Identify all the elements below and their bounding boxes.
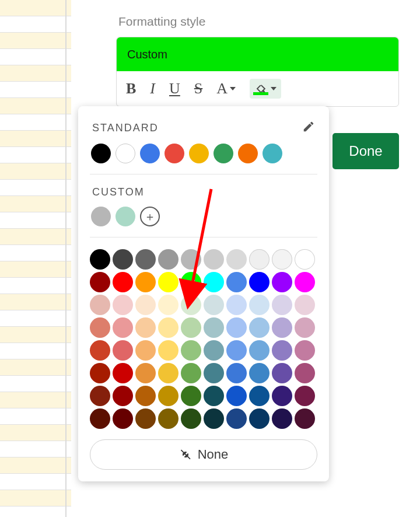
palette-swatch[interactable] [158, 272, 178, 292]
standard-swatch[interactable] [140, 144, 160, 163]
palette-swatch[interactable] [135, 386, 156, 406]
palette-swatch[interactable] [135, 363, 156, 383]
none-button[interactable]: None [90, 439, 317, 470]
strike-button[interactable]: S [194, 80, 202, 97]
palette-swatch[interactable] [204, 408, 224, 429]
palette-swatch[interactable] [158, 386, 178, 406]
palette-swatch[interactable] [135, 249, 156, 270]
palette-swatch[interactable] [158, 249, 178, 270]
palette-swatch[interactable] [272, 249, 292, 270]
palette-swatch[interactable] [181, 295, 201, 315]
palette-swatch[interactable] [90, 340, 110, 361]
palette-swatch[interactable] [135, 317, 156, 338]
palette-swatch[interactable] [295, 249, 315, 270]
palette-swatch[interactable] [204, 363, 224, 383]
palette-swatch[interactable] [272, 272, 292, 292]
palette-swatch[interactable] [158, 340, 178, 361]
palette-swatch[interactable] [135, 408, 156, 429]
palette-swatch[interactable] [295, 386, 315, 406]
standard-swatch[interactable] [262, 144, 282, 163]
palette-swatch[interactable] [204, 340, 224, 361]
palette-swatch[interactable] [113, 363, 133, 383]
palette-swatch[interactable] [181, 340, 201, 361]
recent-swatch[interactable] [116, 207, 135, 226]
palette-swatch[interactable] [90, 386, 110, 406]
palette-swatch[interactable] [181, 272, 201, 292]
palette-swatch[interactable] [226, 272, 247, 292]
palette-swatch[interactable] [249, 272, 270, 292]
palette-swatch[interactable] [295, 295, 315, 315]
palette-swatch[interactable] [204, 249, 224, 270]
palette-swatch[interactable] [204, 272, 224, 292]
palette-swatch[interactable] [272, 363, 292, 383]
palette-swatch[interactable] [295, 317, 315, 338]
standard-swatch[interactable] [214, 144, 233, 163]
palette-swatch[interactable] [158, 317, 178, 338]
palette-swatch[interactable] [181, 249, 201, 270]
palette-swatch[interactable] [135, 272, 156, 292]
palette-swatch[interactable] [113, 386, 133, 406]
palette-swatch[interactable] [295, 363, 315, 383]
palette-swatch[interactable] [249, 317, 270, 338]
palette-swatch[interactable] [272, 295, 292, 315]
bold-button[interactable]: B [126, 80, 136, 97]
textcolor-button[interactable]: A [216, 80, 236, 97]
palette-swatch[interactable] [226, 408, 247, 429]
palette-swatch[interactable] [113, 317, 133, 338]
palette-swatch[interactable] [113, 249, 133, 270]
palette-swatch[interactable] [135, 340, 156, 361]
palette-swatch[interactable] [135, 295, 156, 315]
palette-swatch[interactable] [90, 295, 110, 315]
palette-swatch[interactable] [226, 249, 247, 270]
palette-swatch[interactable] [295, 340, 315, 361]
palette-swatch[interactable] [113, 340, 133, 361]
palette-swatch[interactable] [113, 272, 133, 292]
palette-swatch[interactable] [204, 317, 224, 338]
palette-swatch[interactable] [249, 363, 270, 383]
palette-swatch[interactable] [249, 295, 270, 315]
palette-swatch[interactable] [295, 408, 315, 429]
standard-swatch[interactable] [164, 144, 184, 163]
palette-swatch[interactable] [226, 386, 247, 406]
palette-swatch[interactable] [90, 249, 110, 270]
palette-swatch[interactable] [226, 295, 247, 315]
pencil-icon[interactable] [302, 120, 315, 135]
standard-swatch[interactable] [238, 144, 258, 163]
palette-swatch[interactable] [158, 363, 178, 383]
add-custom-color-button[interactable]: ＋ [140, 207, 160, 226]
palette-swatch[interactable] [181, 408, 201, 429]
fillcolor-button[interactable] [250, 79, 281, 99]
palette-swatch[interactable] [181, 317, 201, 338]
palette-swatch[interactable] [90, 408, 110, 429]
standard-swatch[interactable] [189, 144, 209, 163]
palette-swatch[interactable] [204, 386, 224, 406]
palette-swatch[interactable] [249, 386, 270, 406]
palette-swatch[interactable] [249, 340, 270, 361]
italic-button[interactable]: I [150, 80, 155, 97]
palette-swatch[interactable] [249, 408, 270, 429]
palette-swatch[interactable] [272, 340, 292, 361]
palette-swatch[interactable] [90, 317, 110, 338]
recent-swatch[interactable] [91, 207, 111, 226]
palette-swatch[interactable] [181, 363, 201, 383]
palette-swatch[interactable] [113, 295, 133, 315]
palette-swatch[interactable] [295, 272, 315, 292]
underline-button[interactable]: U [169, 80, 180, 97]
palette-swatch[interactable] [90, 272, 110, 292]
palette-swatch[interactable] [226, 317, 247, 338]
standard-swatch[interactable] [91, 144, 111, 163]
palette-swatch[interactable] [90, 363, 110, 383]
done-button[interactable]: Done [332, 133, 399, 169]
palette-swatch[interactable] [272, 408, 292, 429]
palette-swatch[interactable] [158, 295, 178, 315]
palette-swatch[interactable] [181, 386, 201, 406]
palette-swatch[interactable] [158, 408, 178, 429]
palette-swatch[interactable] [249, 249, 270, 270]
standard-swatch[interactable] [116, 144, 135, 163]
palette-swatch[interactable] [226, 363, 247, 383]
palette-swatch[interactable] [226, 340, 247, 361]
palette-swatch[interactable] [113, 408, 133, 429]
palette-swatch[interactable] [272, 317, 292, 338]
palette-swatch[interactable] [272, 386, 292, 406]
palette-swatch[interactable] [204, 295, 224, 315]
